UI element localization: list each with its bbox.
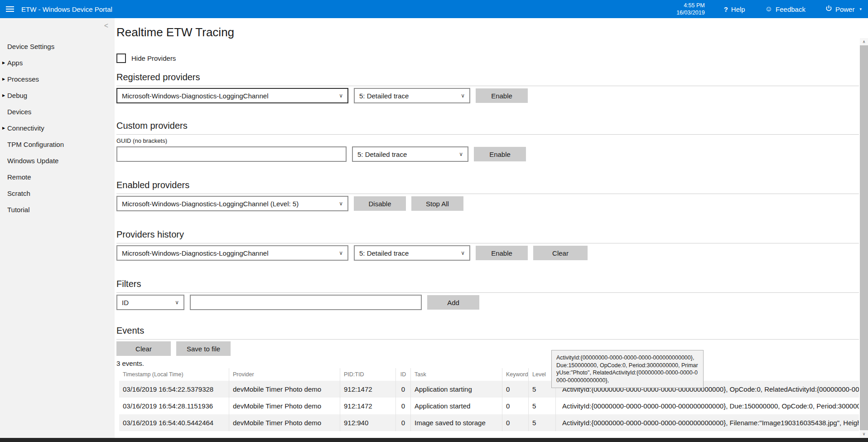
cell-id: 0 [395,381,410,398]
cell-task: Application starting [410,381,502,398]
menu-icon[interactable] [6,6,14,12]
filter-add-button[interactable]: Add [427,295,479,310]
filter-type-dropdown[interactable]: ID ∨ [116,295,184,310]
column-header-id: ID [395,368,410,381]
scroll-down-icon[interactable]: ∨ [860,430,868,437]
scroll-up-icon[interactable]: ∧ [860,38,868,45]
column-header-keyword: Keyword [502,368,528,381]
sidebar-item[interactable]: ▶ Scratch [0,185,115,201]
history-clear-button[interactable]: Clear [533,246,588,260]
scrollbar-thumb[interactable] [860,45,868,430]
table-row[interactable]: 03/16/2019 16:54:40.5442464 devMobile Ti… [119,414,859,431]
filters-section: Filters ID ∨ Add [116,278,859,310]
column-header-provider: Provider [229,368,340,381]
enabled-provider-dropdown[interactable]: Microsoft-Windows-Diagnostics-LoggingCha… [116,196,348,211]
divider [116,339,859,340]
sidebar-item[interactable]: ▶ Devices [0,103,115,120]
hide-providers-row: Hide Providers [116,53,859,63]
sidebar-item[interactable]: ▶ Tutorial [0,201,115,218]
custom-enable-button[interactable]: Enable [474,147,526,161]
clock: 4:55 PM 16/03/2019 [676,2,705,17]
section-heading: Providers history [116,228,859,240]
history-level-dropdown[interactable]: 5: Detailed trace ∨ [354,245,470,261]
hide-providers-label: Hide Providers [131,54,176,62]
column-header-timestamp: Timestamp (Local Time) [119,368,229,381]
chevron-down-icon: ∨ [335,92,343,99]
cell-task: Application started [410,398,502,414]
guid-label: GUID (no brackets) [116,136,859,145]
events-clear-button[interactable]: Clear [116,341,171,356]
sidebar-item[interactable]: ▶ Device Settings [0,38,115,54]
chevron-down-icon: ∨ [171,299,179,306]
cell-keyword: 0 [502,414,528,431]
section-heading: Filters [116,278,859,290]
help-button[interactable]: ? Help [724,5,745,13]
windows-device-portal: ETW - Windows Device Portal 4:55 PM 16/0… [0,0,868,442]
sidebar-item-label: Scratch [7,189,30,197]
cell-payload: ActivityId:{00000000-0000-0000-0000-0000… [555,414,859,431]
section-heading: Events [116,325,859,336]
top-bar: ETW - Windows Device Portal 4:55 PM 16/0… [0,0,868,18]
sidebar-nav: ▶ Device Settings ▶ Apps ▶ Processes ▶ D… [0,38,115,218]
cell-pid-tid: 912:1472 [340,381,395,398]
cell-task: Image saved to storage [410,414,502,431]
cell-level: 5 [528,398,555,414]
sidebar-item[interactable]: ▶ Apps [0,54,115,71]
registered-provider-dropdown[interactable]: Microsoft-Windows-Diagnostics-LoggingCha… [116,88,348,103]
dropdown-value: 5: Detailed trace [359,92,409,100]
main-content: Realtime ETW Tracing Hide Providers Regi… [115,18,859,438]
cell-timestamp: 03/16/2019 16:54:40.5442464 [119,414,229,431]
help-label: Help [731,5,745,13]
expand-arrow-icon: ▶ [2,77,5,81]
dropdown-value: Microsoft-Windows-Diagnostics-LoggingCha… [122,249,268,257]
sidebar-item[interactable]: ▶ Debug [0,87,115,103]
power-button[interactable]: Power ▾ [825,5,862,13]
sidebar-item-label: Windows Update [7,157,58,165]
cell-provider: devMobile Timer Photo demo [229,381,340,398]
table-row[interactable]: 03/16/2019 16:54:28.1151936 devMobile Ti… [119,398,859,414]
sidebar-item[interactable]: ▶ Remote [0,169,115,185]
history-enable-button[interactable]: Enable [476,246,528,260]
cell-provider: devMobile Timer Photo demo [229,414,340,431]
sidebar-item[interactable]: ▶ Windows Update [0,152,115,169]
events-table: Timestamp (Local Time) Provider PID:TID … [119,368,859,431]
section-heading: Custom providers [116,120,859,131]
chevron-down-icon: ∨ [457,92,465,99]
guid-input[interactable] [116,146,347,162]
cell-id: 0 [395,414,410,431]
events-section: Events Clear Save to file 3 events. Time… [116,325,859,431]
history-provider-dropdown[interactable]: Microsoft-Windows-Diagnostics-LoggingCha… [116,245,348,261]
cell-timestamp: 03/16/2019 16:54:28.1151936 [119,398,229,414]
section-heading: Registered providers [116,71,859,83]
sidebar-collapse-icon[interactable]: < [104,22,108,30]
disable-button[interactable]: Disable [354,196,406,211]
stop-all-button[interactable]: Stop All [411,196,463,211]
chevron-down-icon: ∨ [457,250,465,256]
registered-level-dropdown[interactable]: 5: Detailed trace ∨ [354,88,470,103]
sidebar-item-label: Device Settings [7,43,54,50]
divider [116,243,859,243]
custom-level-dropdown[interactable]: 5: Detailed trace ∨ [352,146,468,162]
feedback-icon: ☺ [765,5,772,13]
sidebar-item[interactable]: ▶ TPM Configuration [0,136,115,152]
feedback-button[interactable]: ☺ Feedback [765,5,805,13]
help-icon: ? [724,5,728,13]
sidebar-item[interactable]: ▶ Processes [0,71,115,87]
dropdown-value: 5: Detailed trace [359,249,409,257]
vertical-scrollbar[interactable]: ∧ ∨ [860,38,868,437]
cell-keyword: 0 [502,398,528,414]
hide-providers-checkbox[interactable] [116,53,126,63]
divider [116,86,859,86]
filter-value-input[interactable] [190,295,422,310]
app-title: ETW - Windows Device Portal [21,5,112,13]
custom-providers-section: Custom providers GUID (no brackets) 5: D… [116,120,859,162]
cell-level: 5 [528,414,555,431]
table-row[interactable]: 03/16/2019 16:54:22.5379328 devMobile Ti… [119,381,859,398]
save-to-file-button[interactable]: Save to file [176,341,231,356]
sidebar-item[interactable]: ▶ Connectivity [0,120,115,136]
registered-enable-button[interactable]: Enable [476,88,528,103]
feedback-label: Feedback [776,5,805,13]
sidebar-item-label: Devices [7,108,31,116]
enabled-providers-section: Enabled providers Microsoft-Windows-Diag… [116,179,859,211]
dropdown-value: Microsoft-Windows-Diagnostics-LoggingCha… [122,92,268,100]
